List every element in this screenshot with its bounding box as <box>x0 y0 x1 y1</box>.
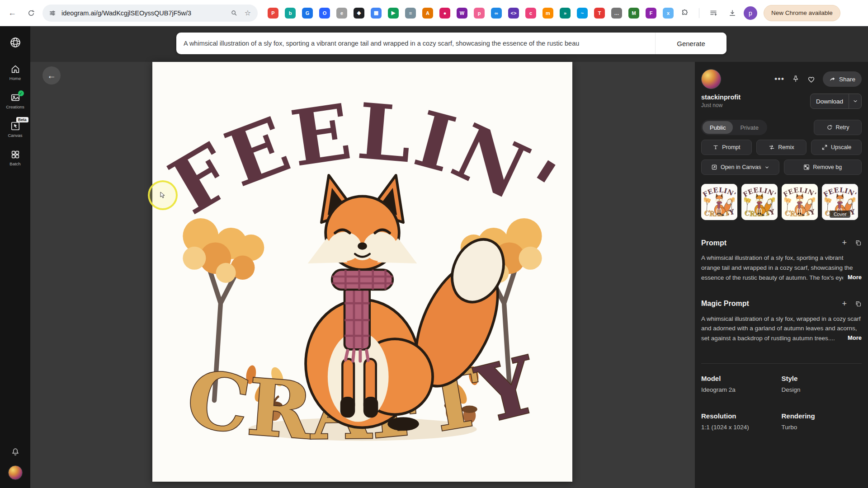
upscale-icon <box>821 144 828 150</box>
extension-icon[interactable]: P <box>268 8 278 19</box>
magic-prompt-copy-icon[interactable] <box>855 299 862 309</box>
prompt-text-block: A whimsical illustration of a sly fox, s… <box>701 253 862 283</box>
back-button[interactable]: ← <box>42 66 61 84</box>
extension-icon[interactable]: » <box>560 8 571 19</box>
extension-icon[interactable]: ∞ <box>491 8 502 19</box>
generation-thumbnails: Cover <box>701 184 862 220</box>
generation-thumbnail-2[interactable] <box>741 184 778 220</box>
extension-icon[interactable]: m <box>542 8 553 19</box>
share-icon <box>829 76 836 83</box>
cursor-icon <box>159 192 166 199</box>
prompt-button[interactable]: Prompt <box>701 140 752 155</box>
retry-button[interactable]: Retry <box>814 120 862 135</box>
reload-icon[interactable] <box>24 5 39 21</box>
generation-thumbnail-1[interactable] <box>701 184 737 220</box>
extension-icon[interactable]: x <box>663 8 674 19</box>
search-icon[interactable] <box>230 9 239 18</box>
magic-prompt-more-link[interactable]: More <box>843 333 862 343</box>
sidebar-item-creations[interactable]: ✓ Creations <box>1 93 29 109</box>
extension-icon[interactable]: ~ <box>577 8 588 19</box>
url-text: ideogram.ai/g/WadKcgjlSEOyssQUB7jF5w/3 <box>61 9 225 17</box>
extension-icon[interactable]: ◆ <box>354 8 364 19</box>
extension-icon[interactable]: … <box>611 8 622 19</box>
extension-icon[interactable]: T <box>594 8 605 19</box>
url-bar[interactable]: ideogram.ai/g/WadKcgjlSEOyssQUB7jF5w/3 ☆ <box>42 5 258 22</box>
app-window: ← ideogram.ai/g/WadKcgjlSEOyssQUB7jF5w/3… <box>0 0 868 488</box>
user-avatar[interactable] <box>8 465 23 480</box>
creation-timestamp: Just now <box>701 102 741 108</box>
sidebar-item-home[interactable]: Home <box>1 64 29 81</box>
extension-icon[interactable]: F <box>646 8 656 19</box>
extension-icon[interactable]: G <box>302 8 313 19</box>
generation-thumbnail-4-selected[interactable]: Cover <box>822 184 858 220</box>
click-indicator <box>148 180 178 210</box>
site-settings-icon[interactable] <box>48 9 57 18</box>
back-icon[interactable]: ← <box>5 5 20 21</box>
creator-avatar[interactable] <box>701 69 721 89</box>
visibility-public-button[interactable]: Public <box>703 121 733 134</box>
sidebar-item-batch[interactable]: Batch <box>1 150 29 166</box>
generation-thumbnail-3[interactable] <box>782 184 818 220</box>
extension-icon[interactable]: O <box>319 8 330 19</box>
extension-icon[interactable]: c <box>525 8 536 19</box>
browser-profile-avatar[interactable]: p <box>744 6 757 20</box>
extension-icon[interactable]: p <box>474 8 485 19</box>
prompt-more-link[interactable]: More <box>843 272 862 282</box>
meta-rendering: Rendering Turbo <box>782 412 862 431</box>
upscale-button[interactable]: Upscale <box>811 140 862 155</box>
creator-username[interactable]: stackinprofit <box>701 94 741 101</box>
chevron-down-icon <box>764 165 769 170</box>
extension-icon[interactable]: <> <box>508 8 519 19</box>
ideogram-logo[interactable] <box>9 36 22 49</box>
magic-prompt-add-icon[interactable]: + <box>842 299 847 309</box>
prompt-bar: Generate <box>176 33 726 54</box>
prompt-icon <box>712 144 719 150</box>
extension-icon[interactable]: ≡ <box>405 8 416 19</box>
pin-icon[interactable] <box>792 75 800 83</box>
extensions-puzzle-icon[interactable] <box>677 5 693 21</box>
home-icon <box>10 64 20 74</box>
canvas-beta-badge: Beta <box>16 117 28 122</box>
prompt-copy-icon[interactable] <box>855 238 862 248</box>
generated-image[interactable] <box>152 62 572 482</box>
prompt-input[interactable] <box>176 33 655 54</box>
extension-strip: P b G O e ◆ ▦ ▶ ≡ A ● W <box>268 8 674 19</box>
generate-button[interactable]: Generate <box>655 33 726 54</box>
extension-icon[interactable]: b <box>285 8 296 19</box>
bookmark-star-icon[interactable]: ☆ <box>243 9 252 18</box>
remove-bg-button[interactable]: Remove bg <box>784 160 862 175</box>
more-options-icon[interactable]: ••• <box>774 75 784 84</box>
extension-icon[interactable]: W <box>457 8 467 19</box>
chrome-update-button[interactable]: New Chrome available <box>764 5 840 21</box>
creations-check-badge: ✓ <box>18 90 24 96</box>
remix-icon <box>769 144 775 150</box>
reading-list-icon[interactable] <box>706 5 721 21</box>
extension-icon[interactable]: ▶ <box>388 8 399 19</box>
open-in-canvas-icon <box>711 164 717 170</box>
remix-button[interactable]: Remix <box>756 140 807 155</box>
top-strip: Generate <box>30 26 868 62</box>
app-sidebar: Home ✓ Creations Beta Canvas Batch <box>0 26 30 488</box>
download-button[interactable]: Download <box>810 94 862 109</box>
downloads-icon[interactable] <box>725 5 740 21</box>
prompt-section-title: Prompt <box>701 239 726 247</box>
cover-badge: Cover <box>830 211 850 218</box>
sidebar-item-canvas[interactable]: Beta Canvas <box>1 121 29 138</box>
prompt-add-icon[interactable]: + <box>842 238 847 248</box>
notifications-bell-icon[interactable] <box>11 447 20 456</box>
remove-bg-icon <box>803 164 810 170</box>
visibility-private-button[interactable]: Private <box>733 121 765 134</box>
meta-resolution: Resolution 1:1 (1024 x 1024) <box>701 412 782 431</box>
extension-icon[interactable]: ● <box>439 8 450 19</box>
extension-icon[interactable]: ▦ <box>371 8 382 19</box>
download-options-chevron-icon[interactable] <box>849 94 861 108</box>
visibility-toggle: Public Private <box>701 120 767 135</box>
like-heart-icon[interactable] <box>807 75 816 84</box>
open-in-canvas-button[interactable]: Open in Canvas <box>701 160 779 175</box>
toolbar-divider <box>699 8 699 18</box>
extension-icon[interactable]: M <box>628 8 639 19</box>
extension-icon[interactable]: e <box>336 8 347 19</box>
extension-icon[interactable]: A <box>422 8 433 19</box>
share-button[interactable]: Share <box>823 71 862 87</box>
retry-icon <box>826 124 833 131</box>
